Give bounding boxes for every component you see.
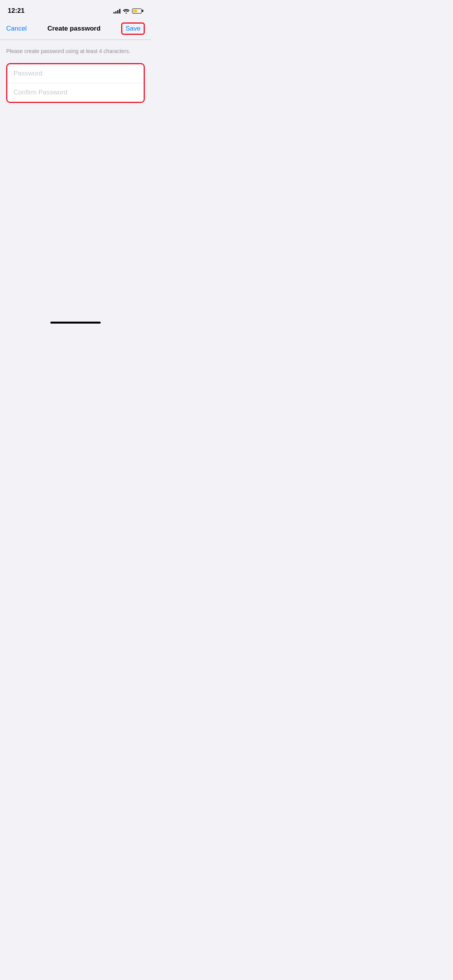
save-button[interactable]: Save [125,25,141,33]
page-title: Create password [48,25,101,33]
status-icons [113,8,143,14]
status-bar: 12:21 [0,0,151,19]
password-form [6,63,145,103]
content-area: Please create password using at least 4 … [0,40,151,103]
home-indicator [50,322,101,324]
cancel-button[interactable]: Cancel [6,25,27,33]
password-field-wrapper [7,64,144,83]
hint-text: Please create password using at least 4 … [6,48,145,55]
wifi-icon [123,8,130,14]
save-button-wrapper: Save [121,22,145,35]
status-time: 12:21 [8,7,24,15]
battery-icon [132,9,143,14]
nav-bar: Cancel Create password Save [0,19,151,40]
confirm-password-field-wrapper [7,83,144,102]
signal-icon [113,8,120,14]
confirm-password-input[interactable] [14,89,137,96]
password-input[interactable] [14,70,137,77]
